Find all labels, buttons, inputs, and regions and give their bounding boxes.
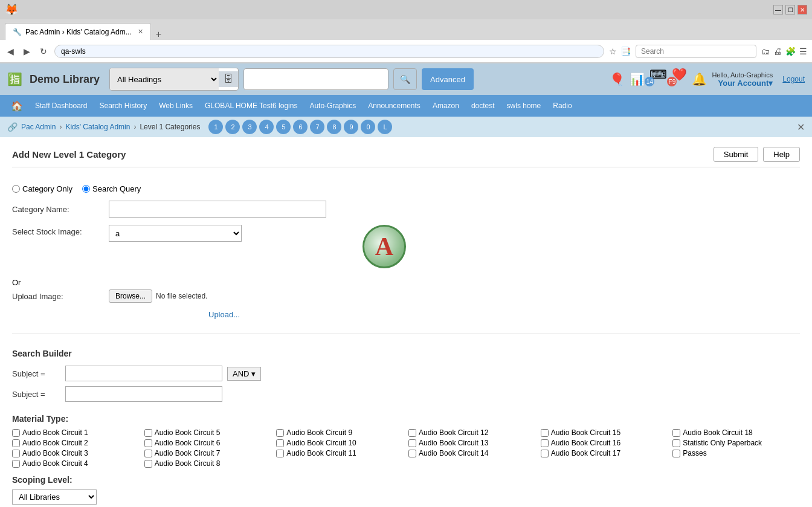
- browser-search-input[interactable]: [636, 45, 756, 58]
- scoping-select[interactable]: All Libraries: [12, 489, 97, 505]
- checkbox-5[interactable]: [144, 429, 152, 437]
- checkbox-16[interactable]: [541, 439, 549, 447]
- checkbox-18[interactable]: [672, 429, 680, 437]
- checkbox-item-17[interactable]: Audio Book Circuit 17: [541, 449, 668, 457]
- checkbox-passes[interactable]: [672, 450, 680, 457]
- checkbox-item-12[interactable]: Audio Book Circuit 12: [408, 428, 536, 437]
- letter-btn-4[interactable]: 4: [259, 120, 274, 134]
- checkbox-12[interactable]: [408, 429, 416, 437]
- checkbox-8[interactable]: [144, 460, 152, 468]
- checkbox-item-11[interactable]: Audio Book Circuit 11: [276, 449, 404, 457]
- new-tab-button[interactable]: +: [151, 29, 166, 40]
- checkbox-13[interactable]: [408, 439, 416, 447]
- checkbox-2[interactable]: [12, 439, 20, 447]
- checkbox-11[interactable]: [276, 450, 284, 457]
- checkbox-item-18[interactable]: Audio Book Circuit 18: [672, 428, 800, 437]
- account-link[interactable]: Your Account▾: [718, 79, 773, 88]
- radio-search-query-label[interactable]: Search Query: [82, 184, 141, 193]
- checkbox-item-8[interactable]: Audio Book Circuit 8: [144, 459, 272, 468]
- checkbox-10[interactable]: [276, 439, 284, 447]
- checkbox-stat[interactable]: [672, 439, 680, 447]
- letter-btn-1[interactable]: 1: [208, 120, 223, 134]
- bookmark-star-icon[interactable]: ☆: [609, 47, 617, 56]
- subject1-input[interactable]: [65, 366, 222, 381]
- checkbox-17[interactable]: [541, 450, 549, 457]
- submit-button[interactable]: Submit: [714, 147, 758, 162]
- address-input[interactable]: [54, 45, 604, 58]
- nav-item-search-history[interactable]: Search History: [94, 97, 153, 115]
- checkbox-item-stat[interactable]: Statistic Only Paperback: [672, 439, 800, 447]
- checkbox-item-14[interactable]: Audio Book Circuit 14: [408, 449, 536, 457]
- extensions-icon[interactable]: 🧩: [785, 47, 796, 56]
- checkbox-item-9[interactable]: Audio Book Circuit 9: [276, 428, 404, 437]
- letter-btn-L[interactable]: L: [378, 120, 392, 134]
- checkbox-4[interactable]: [12, 460, 20, 468]
- checkbox-item-13[interactable]: Audio Book Circuit 13: [408, 439, 536, 447]
- letter-btn-3[interactable]: 3: [242, 120, 257, 134]
- maximize-button[interactable]: ☐: [785, 5, 795, 15]
- checkbox-7[interactable]: [144, 450, 152, 457]
- checkbox-item-1[interactable]: Audio Book Circuit 1: [12, 428, 140, 437]
- reload-button[interactable]: ↻: [37, 45, 50, 57]
- main-search-input[interactable]: [243, 68, 388, 90]
- and-operator-button[interactable]: AND ▾: [227, 367, 261, 381]
- nav-item-radio[interactable]: Radio: [547, 97, 578, 115]
- database-icon[interactable]: 🗄: [219, 71, 238, 87]
- search-submit-button[interactable]: 🔍: [393, 68, 417, 90]
- breadcrumb-close-button[interactable]: ✕: [797, 121, 805, 133]
- checkbox-6[interactable]: [144, 439, 152, 447]
- nav-item-swls-home[interactable]: swls home: [501, 97, 547, 115]
- tab-close-button[interactable]: ✕: [138, 28, 143, 36]
- nav-item-web-links[interactable]: Web Links: [153, 97, 199, 115]
- nav-item-staff-dashboard[interactable]: Staff Dashboard: [29, 97, 94, 115]
- active-tab[interactable]: 🔧 Pac Admin › Kids' Catalog Adm... ✕: [5, 23, 151, 40]
- close-button[interactable]: ✕: [798, 5, 807, 15]
- checkbox-14[interactable]: [408, 450, 416, 457]
- letter-btn-9[interactable]: 9: [344, 120, 358, 134]
- nav-home[interactable]: 🏠: [5, 95, 29, 117]
- logout-button[interactable]: Logout: [782, 75, 805, 83]
- checkbox-item-6[interactable]: Audio Book Circuit 6: [144, 439, 272, 447]
- advanced-search-button[interactable]: Advanced: [422, 68, 474, 90]
- radio-category-only-label[interactable]: Category Only: [12, 184, 72, 193]
- letter-btn-8[interactable]: 8: [327, 120, 341, 134]
- nav-item-auto-graphics[interactable]: Auto-Graphics: [303, 97, 362, 115]
- breadcrumb-kids-catalog[interactable]: Kids' Catalog Admin: [65, 123, 130, 131]
- subject2-input[interactable]: [65, 386, 222, 402]
- radio-category-only[interactable]: [12, 185, 20, 193]
- checkbox-item-3[interactable]: Audio Book Circuit 3: [12, 449, 140, 457]
- nav-item-global-home[interactable]: GLOBAL HOME Test6 logins: [199, 97, 303, 115]
- forward-button[interactable]: ▶: [21, 45, 33, 57]
- minimize-button[interactable]: —: [773, 5, 783, 15]
- bell-icon[interactable]: 🔔: [692, 73, 707, 86]
- hotair-balloon-icon[interactable]: 🎈: [610, 73, 625, 86]
- browse-button[interactable]: Browse...: [109, 289, 152, 303]
- nav-item-doctest[interactable]: doctest: [465, 97, 501, 115]
- checkbox-3[interactable]: [12, 450, 20, 457]
- checkbox-1[interactable]: [12, 429, 20, 437]
- letter-btn-0[interactable]: 0: [361, 120, 375, 134]
- checkbox-item-passes[interactable]: Passes: [672, 449, 800, 457]
- menu-icon[interactable]: ☰: [799, 47, 807, 56]
- radio-search-query[interactable]: [82, 185, 90, 193]
- letter-btn-2[interactable]: 2: [225, 120, 240, 134]
- checkbox-item-5[interactable]: Audio Book Circuit 5: [144, 428, 272, 437]
- upload-link[interactable]: Upload...: [208, 310, 240, 319]
- nav-item-announcements[interactable]: Announcements: [362, 97, 427, 115]
- letter-btn-5[interactable]: 5: [276, 120, 291, 134]
- barcode-icon[interactable]: 📊: [630, 73, 645, 86]
- back-button[interactable]: ◀: [5, 45, 16, 57]
- category-name-input[interactable]: [109, 201, 326, 218]
- checkbox-15[interactable]: [541, 429, 549, 437]
- search-dropdown[interactable]: All Headings: [110, 68, 219, 90]
- checkbox-item-2[interactable]: Audio Book Circuit 2: [12, 439, 140, 447]
- print-icon[interactable]: 🖨: [773, 47, 782, 56]
- help-button[interactable]: Help: [763, 147, 800, 162]
- stock-image-select[interactable]: a: [109, 225, 242, 242]
- checkbox-item-10[interactable]: Audio Book Circuit 10: [276, 439, 404, 447]
- checkbox-item-4[interactable]: Audio Book Circuit 4: [12, 459, 140, 468]
- checkbox-item-7[interactable]: Audio Book Circuit 7: [144, 449, 272, 457]
- bookmark-list-icon[interactable]: 📑: [620, 47, 631, 56]
- letter-btn-6[interactable]: 6: [293, 120, 308, 134]
- breadcrumb-pac-admin[interactable]: Pac Admin: [21, 123, 56, 131]
